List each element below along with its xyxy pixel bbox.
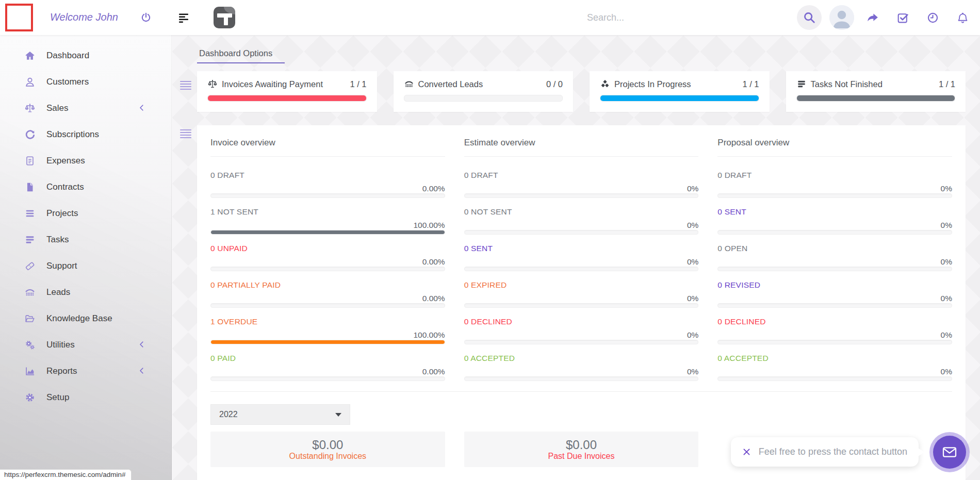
stat-card-tasks-not-finished[interactable]: Tasks Not Finished 1 / 1 [786, 71, 966, 112]
invoice-overview: Invoice overview 0 DRAFT 0.00% 1 NOT SEN… [210, 138, 445, 390]
leads-icon [404, 79, 414, 89]
status-label: 0 EXPIRED [464, 280, 507, 290]
progress-fill [600, 95, 759, 101]
stat-card-value: 1 / 1 [742, 79, 759, 89]
progress-track [464, 230, 699, 235]
overview-row: 0 SENT 0% [717, 207, 952, 235]
status-label: 0 OPEN [717, 244, 747, 253]
sidebar-item-knowledge-base[interactable]: Knowledge Base [0, 305, 171, 332]
contact-button[interactable] [933, 436, 966, 469]
status-label: 0 SENT [717, 207, 746, 217]
scale-icon [24, 103, 36, 114]
bell-icon[interactable] [956, 11, 969, 24]
sidebar-item-leads[interactable]: Leads [0, 279, 171, 305]
clock-icon[interactable] [926, 11, 939, 24]
stat-card-invoices-awaiting-payment[interactable]: Invoices Awaiting Payment 1 / 1 [197, 71, 377, 112]
status-percent: 0.00% [422, 257, 445, 267]
progress-track [717, 303, 952, 308]
ticket-icon [24, 260, 36, 272]
year-select[interactable]: 2022 [210, 404, 350, 425]
status-percent: 0% [687, 294, 698, 303]
overview-row: 1 OVERDUE 100.00% [210, 317, 445, 344]
envelope-icon [941, 444, 958, 460]
overview-row: 0 OPEN 0% [717, 244, 952, 271]
sidebar-item-projects[interactable]: Projects [0, 200, 171, 226]
main-content: Dashboard Options Invoices Awaiting Paym… [172, 35, 980, 480]
menu-toggle-icon[interactable] [177, 11, 190, 24]
status-percent: 0% [941, 221, 952, 230]
chart-area-icon [24, 366, 36, 377]
progress-track [464, 193, 699, 198]
share-icon[interactable] [867, 11, 879, 24]
cubes-icon [600, 79, 610, 89]
progress-track [210, 230, 445, 235]
sidebar-item-setup[interactable]: Setup [0, 384, 171, 410]
sidebar-item-reports[interactable]: Reports [0, 358, 171, 384]
status-label: 0 NOT SENT [464, 207, 512, 217]
sidebar-item-contracts[interactable]: Contracts [0, 174, 171, 200]
status-bar-url: https://perfexcrm.themesic.com/admin# [0, 469, 132, 480]
status-percent: 0% [687, 330, 698, 340]
search-input[interactable] [586, 7, 761, 28]
folder-open-icon [24, 313, 36, 324]
stat-card-projects-in-progress[interactable]: Projects In Progress 1 / 1 [590, 71, 770, 112]
drag-handle-icon[interactable] [180, 128, 191, 140]
overview-row: 0 ACCEPTED 0% [717, 354, 952, 381]
sidebar-item-sales[interactable]: Sales [0, 95, 171, 121]
file-solid-icon [24, 181, 36, 193]
progress-track [210, 340, 445, 344]
overview-row: 0 DRAFT 0% [717, 171, 952, 198]
sidebar-item-utilities[interactable]: Utilities [0, 332, 171, 358]
overview-row: 0 PAID 0.00% [210, 354, 445, 381]
status-label: 0 ACCEPTED [464, 354, 515, 363]
status-label: 0 SENT [464, 244, 493, 253]
progress-fill [208, 95, 366, 101]
overview-row: 0 SENT 0% [464, 244, 699, 271]
status-label: 1 NOT SENT [210, 207, 258, 217]
overview-title: Proposal overview [717, 138, 952, 148]
estimate-overview: Estimate overview 0 DRAFT 0% 0 NOT SENT … [464, 138, 699, 390]
app-logo[interactable] [214, 7, 235, 28]
chevron-left-icon[interactable] [137, 340, 146, 349]
top-header: Welcome John [0, 0, 980, 35]
progress-track [464, 303, 699, 308]
overview-title: Estimate overview [464, 138, 699, 148]
status-percent: 0% [687, 184, 698, 193]
sidebar: Dashboard Customers Sales Subscriptions [0, 35, 172, 480]
sidebar-item-tasks[interactable]: Tasks [0, 226, 171, 253]
chevron-left-icon[interactable] [137, 366, 146, 375]
search-icon[interactable] [797, 5, 822, 30]
tab-dashboard-options[interactable]: Dashboard Options [197, 47, 285, 63]
progress-fill [797, 95, 955, 101]
power-icon[interactable] [140, 11, 152, 24]
status-label: 0 DRAFT [717, 171, 752, 180]
outstanding-invoices-card[interactable]: $0.00 Outstanding Invoices [210, 432, 445, 467]
status-label: 0 DECLINED [717, 317, 765, 326]
progress-track [464, 340, 699, 344]
sidebar-item-subscriptions[interactable]: Subscriptions [0, 121, 171, 147]
sidebar-item-expenses[interactable]: Expenses [0, 147, 171, 174]
check-square-icon[interactable] [896, 11, 909, 24]
stat-card-converted-leads[interactable]: Converted Leads 0 / 0 [394, 71, 574, 112]
chevron-left-icon[interactable] [137, 103, 146, 112]
scale-icon [207, 79, 218, 89]
status-label: 0 DRAFT [464, 171, 498, 180]
drag-handle-icon[interactable] [180, 79, 191, 91]
sidebar-item-support[interactable]: Support [0, 253, 171, 279]
sidebar-item-customers[interactable]: Customers [0, 69, 171, 95]
file-lines-icon [24, 155, 36, 167]
progress-track [796, 95, 956, 102]
close-icon[interactable] [742, 448, 751, 456]
proposal-overview: Proposal overview 0 DRAFT 0% 0 SENT 0% [717, 138, 952, 390]
logo-placeholder[interactable] [5, 4, 33, 31]
sidebar-item-dashboard[interactable]: Dashboard [0, 42, 171, 69]
progress-track [717, 230, 952, 235]
contact-tooltip: Feel free to press the contact button [731, 437, 919, 467]
caret-down-icon [335, 413, 341, 417]
welcome-link[interactable]: Welcome John [50, 11, 118, 23]
avatar[interactable] [829, 5, 854, 30]
past-due-invoices-card[interactable]: $0.00 Past Due Invoices [464, 432, 699, 467]
progress-fill [211, 340, 445, 344]
leads-icon [24, 287, 36, 298]
progress-track [717, 340, 952, 344]
